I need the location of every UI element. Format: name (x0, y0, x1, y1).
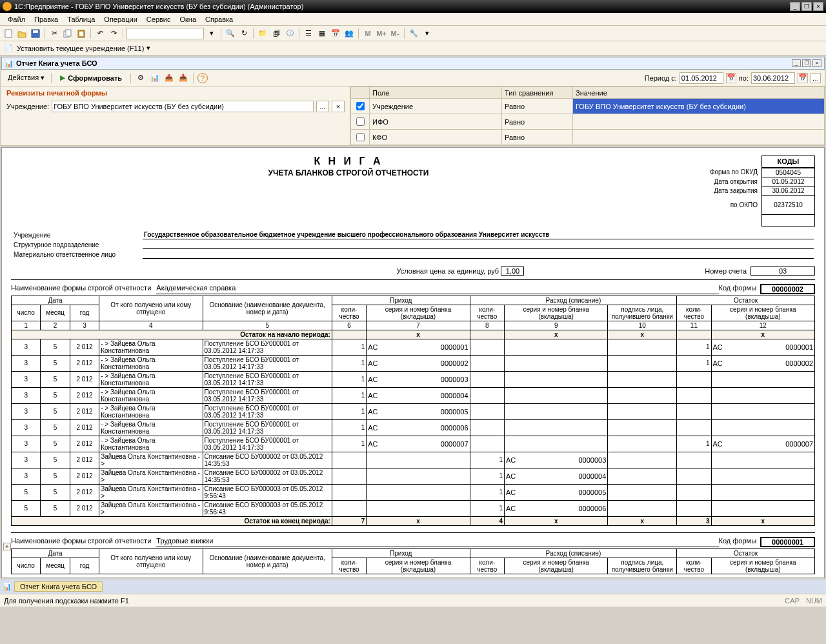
sub-close-button[interactable]: × (812, 59, 821, 67)
filter-icon[interactable]: 📊 (149, 72, 161, 84)
form-name-row-2: Наименование формы строгой отчетности Тр… (11, 532, 815, 547)
zoom-icon[interactable]: 🔍 (225, 28, 236, 39)
taskbar-icon: 📊 (3, 583, 12, 591)
dropdown-icon[interactable]: ▾ (421, 28, 433, 39)
list-icon[interactable]: ☰ (303, 28, 314, 39)
codes-block: КОДЫ Форма по ОКУД0504045 Дата открытия0… (686, 156, 815, 226)
svg-rect-0 (5, 30, 12, 37)
import-icon[interactable]: 📥 (177, 72, 189, 84)
users-icon[interactable]: 👥 (343, 28, 355, 39)
search-input[interactable] (126, 28, 204, 39)
open-icon[interactable] (16, 28, 28, 39)
menu-service[interactable]: Сервис (143, 14, 175, 25)
menu-edit[interactable]: Правка (30, 14, 62, 25)
window-title: 1С:Предприятие - ГОБУ ВПО Университет ис… (14, 3, 303, 10)
svg-rect-2 (33, 30, 38, 33)
window-taskbar: 📊 Отчет Книга учета БСО (0, 579, 826, 594)
calendar-icon[interactable]: 📅 (330, 28, 341, 39)
period-to-input[interactable] (751, 72, 795, 84)
export-icon[interactable]: 📤 (163, 72, 175, 84)
calendar-from-icon[interactable]: 📅 (726, 73, 736, 83)
filter-row[interactable]: Учреждение Равно ГОБУ ВПО Университет ис… (351, 99, 825, 114)
separator (299, 28, 299, 39)
svg-rect-4 (66, 30, 71, 36)
set-org-button[interactable]: Установить текущее учреждение (F11) (17, 45, 144, 52)
search-dropdown-icon[interactable]: ▾ (206, 28, 217, 39)
menu-table[interactable]: Таблица (63, 14, 99, 25)
report-preview[interactable]: + К Н И Г А УЧЕТА БЛАНКОВ СТРОГОЙ ОТЧЕТН… (1, 147, 825, 578)
close-button[interactable]: × (813, 2, 823, 11)
report-subtitle: УЧЕТА БЛАНКОВ СТРОГОЙ ОТЧЕТНОСТИ (11, 168, 686, 177)
grid-icon[interactable]: ▦ (316, 28, 328, 39)
calc-icon[interactable]: 🗐 (270, 28, 282, 39)
copy-icon[interactable] (62, 28, 74, 39)
separator (193, 73, 194, 83)
org-input[interactable] (52, 101, 314, 112)
maximize-button[interactable]: ❐ (801, 2, 812, 11)
sub-maximize-button[interactable]: ❐ (802, 59, 811, 67)
filter-checkbox[interactable] (356, 117, 365, 126)
calendar-to-icon[interactable]: 📅 (798, 73, 808, 83)
table-row: 352 012- > Зайцева Ольга КонстантиновнаП… (12, 339, 815, 355)
table-row: 352 012- > Зайцева Ольга КонстантиновнаП… (12, 387, 815, 403)
document-icon[interactable]: 📄 (3, 43, 14, 54)
table-row: 352 012- > Зайцева Ольга КонстантиновнаП… (12, 355, 815, 371)
help-icon[interactable]: ? (197, 73, 208, 83)
folder-icon[interactable]: 📁 (257, 28, 268, 39)
mminus-icon[interactable]: M- (389, 28, 401, 39)
taskbar-tab[interactable]: Отчет Книга учета БСО (14, 581, 103, 592)
mplus-icon[interactable]: M+ (376, 28, 387, 39)
expand-group-button[interactable]: + (3, 543, 11, 550)
table-row: 352 012- > Зайцева Ольга КонстантиновнаП… (12, 436, 815, 452)
settings-icon[interactable]: ⚙ (135, 72, 146, 84)
m-icon[interactable]: M (362, 28, 374, 39)
price-value: 1,00 (501, 267, 524, 276)
filter-hdr-cmp: Тип сравнения (502, 87, 573, 99)
status-bar: Для получения подсказки нажмите F1 CAP N… (0, 594, 826, 607)
table-row: 352 012- > Зайцева Ольга КонстантиновнаП… (12, 371, 815, 387)
separator (253, 28, 254, 39)
requisites-title: Реквизиты печатной формы (6, 89, 345, 97)
menu-windows[interactable]: Окна (176, 14, 201, 25)
menu-help[interactable]: Справка (201, 14, 237, 25)
subwindow-title: Отчет Книга учета БСО (16, 59, 97, 67)
svg-rect-6 (79, 32, 83, 36)
report-params: Реквизиты печатной формы Учреждение: ...… (1, 86, 825, 146)
data-table: Дата От кого получено или кому отпущено … (11, 296, 815, 526)
redo-icon[interactable]: ↷ (108, 28, 119, 39)
org-label: Учреждение: (6, 103, 49, 110)
sub-minimize-button[interactable]: _ (792, 59, 801, 67)
table-row: 352 012Зайцева Ольга Константиновна - >С… (12, 452, 815, 468)
refresh-icon[interactable]: ↻ (238, 28, 250, 39)
dropdown-icon[interactable]: ▾ (146, 44, 150, 52)
org-select-button[interactable]: ... (316, 101, 329, 112)
caps-indicator: CAP (785, 597, 800, 605)
table-row: 552 012Зайцева Ольга Константиновна - >С… (12, 484, 815, 500)
tools-icon[interactable]: 🔧 (408, 28, 419, 39)
app-logo-icon (3, 2, 12, 11)
period-from-input[interactable] (680, 72, 723, 84)
filter-row[interactable]: КФО Равно (351, 130, 825, 145)
report-title: К Н И Г А (11, 156, 686, 167)
menu-operations[interactable]: Операции (100, 14, 141, 25)
org-clear-button[interactable]: × (332, 101, 345, 112)
undo-icon[interactable]: ↶ (94, 28, 106, 39)
separator (404, 28, 405, 39)
save-icon[interactable] (30, 28, 41, 39)
info-icon[interactable]: ⓘ (284, 28, 296, 39)
filter-checkbox[interactable] (356, 102, 365, 110)
minimize-button[interactable]: _ (790, 2, 800, 11)
report-actionbar: Действия ▾ ▶ Сформировать ⚙ 📊 📤 📥 ? Пери… (1, 70, 825, 86)
subwindow-header: 📊 Отчет Книга учета БСО _ ❐ × (1, 57, 825, 70)
table-row: 352 012Зайцева Ольга Константиновна - >С… (12, 468, 815, 484)
generate-button[interactable]: ▶ Сформировать (55, 72, 126, 84)
menu-file[interactable]: Файл (4, 14, 29, 25)
paste-icon[interactable] (76, 28, 87, 39)
filter-row[interactable]: ИФО Равно (351, 114, 825, 130)
actions-menu[interactable]: Действия ▾ (5, 72, 47, 83)
filter-checkbox[interactable] (356, 133, 365, 141)
new-icon[interactable] (3, 28, 14, 39)
cut-icon[interactable]: ✂ (48, 28, 60, 39)
period-select-icon[interactable]: … (811, 73, 821, 83)
separator (90, 28, 91, 39)
